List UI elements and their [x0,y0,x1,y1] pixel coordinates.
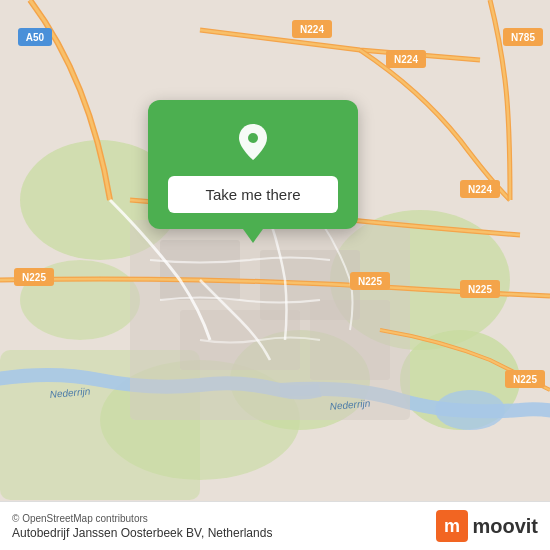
svg-text:N225: N225 [513,374,537,385]
svg-point-34 [248,133,258,143]
svg-text:N224: N224 [468,184,492,195]
svg-text:A50: A50 [26,32,45,43]
svg-rect-13 [310,300,390,380]
svg-text:N224: N224 [300,24,324,35]
take-me-there-button[interactable]: Take me there [168,176,338,213]
moovit-brand-text: moovit [472,515,538,538]
map-container: A50 N224 N224 N224 N785 N225 N225 N225 N… [0,0,550,550]
map-background: A50 N224 N224 N224 N785 N225 N225 N225 N… [0,0,550,550]
bottom-bar: © OpenStreetMap contributors Autobedrijf… [0,501,550,550]
svg-text:N225: N225 [358,276,382,287]
svg-text:m: m [444,516,460,536]
popup-card: Take me there [148,100,358,229]
svg-text:N224: N224 [394,54,418,65]
location-pin-icon [231,120,275,164]
svg-point-8 [435,390,505,430]
osm-attribution: © OpenStreetMap contributors [12,513,436,524]
svg-text:N785: N785 [511,32,535,43]
moovit-logo-icon: m [436,510,468,542]
svg-text:N225: N225 [468,284,492,295]
moovit-logo: m moovit [436,510,538,542]
location-label: Autobedrijf Janssen Oosterbeek BV, Nethe… [12,526,436,540]
svg-text:N225: N225 [22,272,46,283]
